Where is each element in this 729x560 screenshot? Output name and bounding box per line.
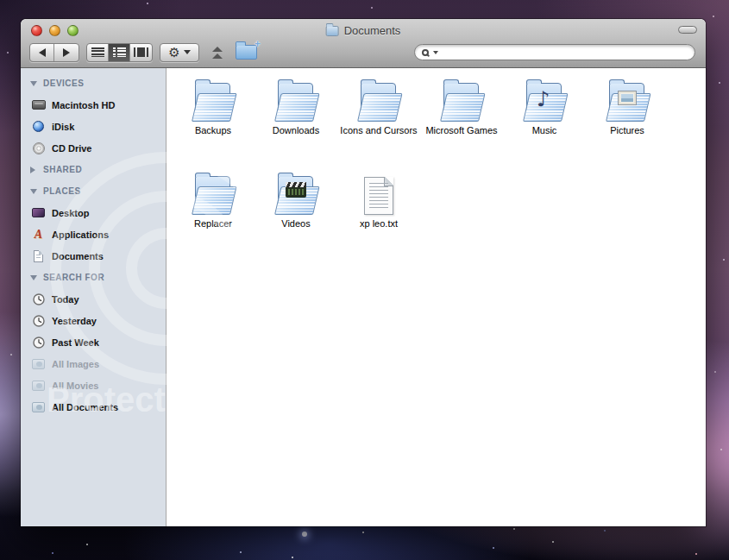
back-arrow-icon — [39, 48, 46, 57]
grid-item-label: Music — [532, 125, 557, 135]
up-button[interactable] — [212, 46, 223, 60]
grid-item-backups[interactable]: Backups — [172, 77, 255, 170]
window-content: DEVICES Macintosh HD iDisk CD Drive SHAR… — [21, 68, 706, 526]
sidebar-section-devices[interactable]: DEVICES — [21, 72, 166, 94]
grid-item-icons-and-cursors[interactable]: Icons and Cursors — [337, 77, 420, 170]
grid-item-label: Downloads — [273, 125, 319, 135]
sidebar: DEVICES Macintosh HD iDisk CD Drive SHAR… — [21, 68, 167, 526]
grid-item-music[interactable]: Music — [503, 77, 586, 170]
clock-icon — [31, 293, 46, 305]
sidebar-item-idisk[interactable]: iDisk — [21, 116, 166, 137]
sidebar-item-label: Macintosh HD — [52, 100, 115, 110]
sidebar-item-cd-drive[interactable]: CD Drive — [21, 137, 166, 159]
cd-disc-icon — [31, 142, 46, 154]
grid-item-videos[interactable]: Videos — [255, 170, 337, 263]
sidebar-item-today[interactable]: Today — [21, 288, 166, 310]
sidebar-item-applications[interactable]: Applications — [21, 223, 166, 245]
file-browser-area[interactable]: Backups Downloads Icons and Cursors Micr… — [167, 68, 706, 526]
grid-item-xp-leo-txt[interactable]: xp leo.txt — [337, 170, 420, 263]
window-title: Documents — [344, 24, 401, 37]
sidebar-item-desktop[interactable]: Desktop — [21, 202, 166, 223]
grid-item-microsoft-games[interactable]: Microsoft Games — [420, 77, 503, 170]
folder-proxy-icon[interactable] — [326, 26, 339, 36]
grid-item-label: Pictures — [610, 125, 644, 135]
sidebar-section-shared[interactable]: SHARED — [21, 159, 166, 180]
picture-frame-icon — [618, 91, 637, 105]
sidebar-item-label: All Documents — [52, 402, 118, 412]
sidebar-item-all-documents[interactable]: All Documents — [21, 396, 166, 418]
sidebar-item-documents[interactable]: Documents — [21, 245, 166, 267]
sidebar-item-past-week[interactable]: Past Week — [21, 331, 166, 353]
disclosure-triangle-icon[interactable] — [30, 167, 35, 173]
titlebar[interactable]: Documents — [21, 19, 706, 41]
icon-view-icon — [91, 47, 104, 57]
grid-item-replacer[interactable]: Replacer — [172, 170, 255, 263]
sidebar-item-label: CD Drive — [52, 143, 91, 154]
action-menu-button[interactable] — [160, 43, 199, 62]
forward-arrow-icon — [63, 48, 70, 57]
coverflow-view-button[interactable] — [130, 44, 152, 61]
sidebar-item-label: Today — [52, 294, 79, 305]
sidebar-section-label: PLACES — [43, 186, 81, 196]
new-folder-button[interactable] — [236, 45, 257, 60]
document-icon — [31, 250, 46, 262]
sidebar-item-yesterday[interactable]: Yesterday — [21, 310, 166, 331]
music-note-icon — [537, 87, 550, 111]
sidebar-section-label: SEARCH FOR — [43, 273, 104, 282]
close-button[interactable] — [31, 25, 42, 36]
desktop-star-glow — [302, 532, 307, 537]
videos-folder-icon — [273, 170, 318, 215]
sidebar-section-search-for[interactable]: SEARCH FOR — [21, 267, 166, 288]
folder-icon — [439, 77, 484, 122]
film-clapper-icon — [286, 182, 306, 198]
sidebar-item-label: Applications — [52, 230, 109, 240]
applications-icon — [31, 228, 46, 242]
minimize-button[interactable] — [49, 25, 60, 36]
sidebar-item-label: Documents — [52, 251, 104, 261]
sidebar-item-label: Yesterday — [52, 316, 97, 326]
grid-item-label: xp leo.txt — [360, 218, 398, 229]
clock-icon — [31, 315, 46, 327]
grid-item-label: Backups — [195, 125, 231, 135]
search-options-caret-icon[interactable] — [433, 51, 438, 54]
chevron-up-icon — [212, 53, 223, 59]
search-icon — [422, 49, 429, 56]
grid-item-label: Replacer — [194, 218, 232, 229]
list-view-button[interactable] — [109, 44, 130, 61]
sidebar-item-all-movies[interactable]: All Movies — [21, 374, 166, 396]
grid-item-downloads[interactable]: Downloads — [255, 77, 337, 170]
idisk-globe-icon — [31, 121, 46, 132]
search-input[interactable] — [440, 45, 694, 60]
window-title-area: Documents — [326, 19, 401, 41]
disclosure-triangle-icon[interactable] — [30, 189, 37, 194]
text-file-icon — [364, 170, 393, 215]
list-view-icon — [113, 47, 126, 57]
view-mode-control — [86, 43, 153, 62]
zoom-button[interactable] — [67, 25, 79, 36]
sidebar-item-macintosh-hd[interactable]: Macintosh HD — [21, 94, 166, 116]
disclosure-triangle-icon[interactable] — [30, 275, 37, 280]
sidebar-item-label: Desktop — [52, 208, 89, 218]
smart-folder-icon — [31, 381, 46, 391]
sidebar-section-label: SHARED — [43, 165, 82, 174]
forward-button[interactable] — [54, 44, 79, 61]
sidebar-section-places[interactable]: PLACES — [21, 180, 166, 202]
toolbar-toggle-button[interactable] — [678, 26, 697, 34]
disclosure-triangle-icon[interactable] — [30, 81, 37, 86]
grid-item-label: Icons and Cursors — [340, 125, 417, 135]
grid-item-label: Microsoft Games — [425, 125, 497, 135]
folder-icon — [191, 170, 236, 215]
sidebar-section-label: DEVICES — [43, 79, 84, 88]
toolbar — [21, 41, 706, 67]
search-field[interactable] — [414, 44, 695, 60]
back-button[interactable] — [30, 44, 54, 61]
sidebar-item-label: All Movies — [52, 381, 98, 391]
folder-icon — [191, 77, 236, 122]
sidebar-item-all-images[interactable]: All Images — [21, 353, 166, 374]
grid-item-label: Videos — [281, 218, 310, 229]
folder-icon — [356, 77, 401, 122]
grid-item-pictures[interactable]: Pictures — [586, 77, 669, 170]
window-chrome: Documents — [21, 19, 706, 68]
clock-icon — [31, 337, 46, 349]
icon-view-button[interactable] — [87, 44, 109, 61]
